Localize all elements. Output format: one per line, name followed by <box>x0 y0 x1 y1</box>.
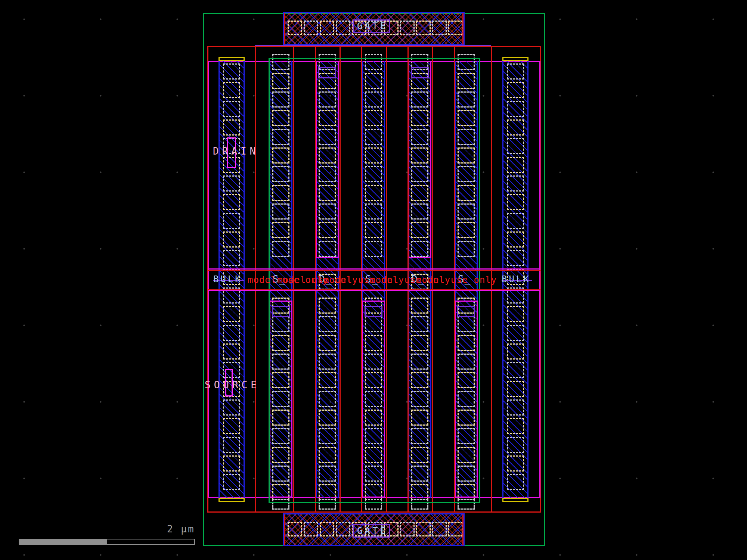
gate-contact-via <box>336 21 350 35</box>
contact-via <box>272 147 289 164</box>
layout-canvas[interactable]: GATE GATE DRAIN SOURCE BULK BULK S_D_S_D… <box>0 0 747 560</box>
contact-via <box>507 63 524 80</box>
contact-via <box>411 335 428 351</box>
contact-via <box>365 147 382 164</box>
contact-via <box>365 110 382 126</box>
band-implant-line <box>208 290 540 291</box>
contact-via <box>319 484 336 500</box>
contact-via <box>411 466 428 482</box>
contact-via <box>223 101 240 117</box>
contact-via <box>507 213 524 229</box>
drain-pin-box <box>318 67 336 78</box>
contact-via <box>272 54 289 70</box>
contact-via <box>507 362 524 378</box>
contact-via <box>458 499 475 510</box>
contact-via <box>223 194 240 210</box>
contact-via <box>411 428 428 444</box>
metal2-pin-rect <box>455 301 478 498</box>
contact-via <box>507 325 524 341</box>
contact-via <box>365 499 382 510</box>
active-edge-line <box>269 58 480 59</box>
contact-via <box>411 391 428 407</box>
contact-via <box>507 119 524 136</box>
contact-via <box>458 185 475 201</box>
metal2-pin-rect <box>269 301 292 498</box>
gate-contact-via <box>320 21 334 35</box>
gate-contact-via <box>400 522 415 536</box>
drain-label: DRAIN <box>213 146 259 156</box>
source-label: SOURCE <box>205 380 260 390</box>
band-well-line <box>208 289 540 290</box>
gate-contact-via <box>400 21 415 35</box>
gate-contact-via <box>288 21 302 35</box>
contact-via <box>223 325 240 341</box>
contact-via <box>458 73 475 89</box>
contact-via <box>507 306 524 322</box>
band-well-line <box>208 270 540 271</box>
contact-via <box>272 499 289 510</box>
source-pin-box <box>272 306 290 317</box>
contact-via <box>365 91 382 108</box>
bulk-cap-rect <box>218 498 245 502</box>
contact-via <box>411 298 428 314</box>
source-pin-box <box>457 306 475 317</box>
contact-via <box>411 372 428 388</box>
contact-via <box>319 354 336 370</box>
gate-contact-via <box>304 21 318 35</box>
contact-via <box>365 241 382 257</box>
poly-route-line <box>255 45 491 46</box>
contact-via <box>319 447 336 463</box>
contact-via <box>458 222 475 238</box>
contact-via <box>365 73 382 89</box>
contact-via <box>319 499 336 510</box>
contact-via <box>223 250 240 266</box>
contact-via <box>223 213 240 229</box>
contact-via <box>411 354 428 370</box>
bulk-cap-rect <box>502 57 529 61</box>
contact-via <box>411 447 428 463</box>
poly-edge-line <box>284 514 285 545</box>
contact-via <box>223 399 240 416</box>
contact-via <box>319 428 336 444</box>
contact-via <box>458 110 475 126</box>
contact-via <box>507 418 524 434</box>
contact-via <box>319 410 336 426</box>
gate-contact-via <box>336 522 350 536</box>
contact-via <box>223 119 240 136</box>
source-pin-box <box>365 306 382 317</box>
gate-label-bottom-text: GATE <box>355 526 388 536</box>
contact-via <box>507 175 524 192</box>
model-warning-label: model_use_only <box>416 276 497 284</box>
contact-via <box>458 241 475 257</box>
contact-via <box>223 343 240 360</box>
contact-via <box>365 203 382 220</box>
contact-via <box>272 222 289 238</box>
metal2-pin-rect <box>362 301 385 498</box>
bulk-left-label: BULK <box>213 275 242 284</box>
contact-via <box>458 203 475 220</box>
contact-via <box>458 166 475 182</box>
scale-label: 2 µm <box>167 524 195 534</box>
contact-via <box>507 157 524 173</box>
gate-label-top-text: GATE <box>355 21 388 31</box>
gate-contact-via <box>304 522 318 536</box>
contact-via <box>223 306 240 322</box>
contact-via <box>319 335 336 351</box>
contact-via <box>365 54 382 70</box>
contact-via <box>223 175 240 192</box>
contact-via <box>272 185 289 201</box>
gate-contact-via <box>448 21 463 35</box>
contact-via <box>507 399 524 416</box>
poly-edge-line <box>462 514 464 545</box>
drain-pin-box <box>411 67 429 78</box>
metal2-pin-rect <box>408 61 431 258</box>
contact-via <box>272 73 289 89</box>
contact-via <box>365 129 382 145</box>
gate-contact-via <box>288 522 302 536</box>
band-implant-line <box>208 268 540 270</box>
scale-bar <box>19 539 195 545</box>
contact-via <box>223 437 240 453</box>
contact-via <box>507 381 524 397</box>
contact-via <box>272 91 289 108</box>
bulk-right-label: BULK <box>502 275 531 284</box>
